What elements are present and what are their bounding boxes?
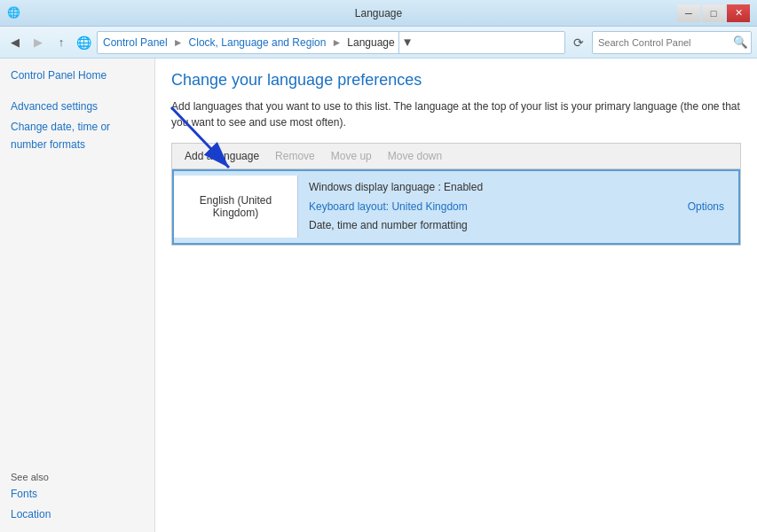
move-up-button[interactable]: Move up — [324, 147, 379, 165]
breadcrumb-sep-2: ► — [331, 36, 342, 49]
refresh-button[interactable]: ⟳ — [569, 33, 588, 52]
window-icon: 🌐 — [7, 6, 21, 20]
breadcrumb-sep-1: ► — [173, 36, 184, 49]
arrow-annotation-area: Add a language Remove Move up Move down … — [171, 143, 741, 246]
title-bar: 🌐 Language ─ □ ✕ — [0, 0, 757, 27]
sidebar-fonts-link[interactable]: Fonts — [11, 486, 144, 503]
options-link[interactable]: Options — [674, 200, 738, 213]
sidebar: Control Panel Home Advanced settings Cha… — [0, 59, 155, 532]
language-list: English (United Kingdom) Windows display… — [171, 168, 741, 246]
search-input[interactable] — [593, 37, 729, 48]
date-time-detail: Date, time and number formatting — [309, 216, 663, 236]
main-layout: Control Panel Home Advanced settings Cha… — [0, 59, 757, 532]
close-button[interactable]: ✕ — [727, 4, 750, 22]
breadcrumb-box: Control Panel ► Clock, Language and Regi… — [97, 31, 565, 54]
maximize-button[interactable]: □ — [702, 4, 725, 22]
up-button[interactable]: ↑ — [51, 33, 71, 52]
breadcrumb-language: Language — [347, 36, 394, 49]
language-details: Windows display language : Enabled Keybo… — [298, 171, 674, 243]
sidebar-date-time-formats[interactable]: Change date, time or number formats — [11, 119, 144, 153]
search-box: 🔍 — [592, 31, 752, 54]
language-item-english-uk[interactable]: English (United Kingdom) Windows display… — [172, 169, 740, 245]
language-name: English (United Kingdom) — [174, 176, 298, 238]
breadcrumb-dropdown[interactable]: ▼ — [398, 31, 416, 54]
address-bar: ◀ ▶ ↑ 🌐 Control Panel ► Clock, Language … — [0, 27, 757, 59]
page-description: Add languages that you want to use to th… — [171, 98, 741, 130]
move-down-button[interactable]: Move down — [381, 147, 449, 165]
remove-button[interactable]: Remove — [268, 147, 322, 165]
back-button[interactable]: ◀ — [5, 33, 25, 52]
display-language-detail: Windows display language : Enabled — [309, 178, 663, 198]
breadcrumb-control-panel[interactable]: Control Panel — [103, 36, 168, 49]
content-area: Change your language preferences Add lan… — [155, 59, 757, 532]
sidebar-advanced-settings[interactable]: Advanced settings — [11, 98, 144, 115]
search-button[interactable]: 🔍 — [729, 32, 751, 53]
forward-button[interactable]: ▶ — [28, 33, 48, 52]
keyboard-layout-detail: Keyboard layout: United Kingdom — [309, 198, 663, 217]
add-language-button[interactable]: Add a language — [177, 147, 266, 165]
page-title: Change your language preferences — [171, 71, 741, 90]
minimize-button[interactable]: ─ — [677, 4, 700, 22]
address-icon: 🌐 — [76, 35, 91, 50]
sidebar-location-link[interactable]: Location — [11, 506, 144, 523]
window-title: Language — [355, 7, 402, 20]
sidebar-home-link[interactable]: Control Panel Home — [11, 67, 144, 84]
see-also-label: See also — [11, 472, 144, 482]
title-bar-left: 🌐 — [7, 6, 21, 20]
breadcrumb-clock-region[interactable]: Clock, Language and Region — [189, 36, 327, 49]
title-bar-controls: ─ □ ✕ — [677, 4, 750, 22]
language-toolbar: Add a language Remove Move up Move down — [171, 143, 741, 168]
